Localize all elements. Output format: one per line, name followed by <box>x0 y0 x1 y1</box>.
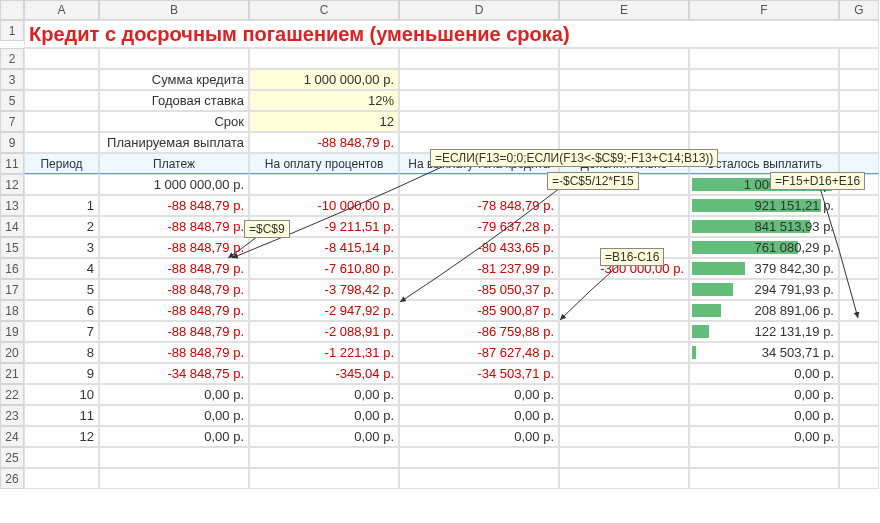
cell[interactable] <box>839 258 879 279</box>
col-hdr-F[interactable]: F <box>689 0 839 20</box>
cell-remaining[interactable]: 0,00 р. <box>689 384 839 405</box>
cell[interactable] <box>839 300 879 321</box>
cell[interactable] <box>559 468 689 489</box>
cell-payment[interactable]: -88 848,79 р. <box>99 342 249 363</box>
col-hdr-C[interactable]: C <box>249 0 399 20</box>
row-hdr[interactable]: 5 <box>0 90 24 111</box>
term-value[interactable]: 12 <box>249 111 399 132</box>
cell-principal[interactable]: -85 050,37 р. <box>399 279 559 300</box>
cell[interactable] <box>839 90 879 111</box>
cell[interactable] <box>249 468 399 489</box>
cell[interactable] <box>24 468 99 489</box>
cell-principal[interactable]: -86 759,88 р. <box>399 321 559 342</box>
spreadsheet-grid[interactable]: ABCDEFG1Кредит с досрочным погашением (у… <box>0 0 880 489</box>
cell[interactable] <box>249 447 399 468</box>
col-hdr-D[interactable]: D <box>399 0 559 20</box>
row-hdr[interactable]: 22 <box>0 384 24 405</box>
row-hdr[interactable]: 17 <box>0 279 24 300</box>
cell-period[interactable]: 5 <box>24 279 99 300</box>
cell[interactable] <box>399 90 559 111</box>
row-hdr[interactable]: 20 <box>0 342 24 363</box>
cell[interactable] <box>839 237 879 258</box>
cell[interactable] <box>99 447 249 468</box>
cell-interest[interactable]: -10 000,00 р. <box>249 195 399 216</box>
col-hdr-A[interactable]: A <box>24 0 99 20</box>
row-hdr[interactable]: 15 <box>0 237 24 258</box>
row-hdr[interactable]: 16 <box>0 258 24 279</box>
cell-interest[interactable] <box>249 174 399 195</box>
cell-principal[interactable]: -79 637,28 р. <box>399 216 559 237</box>
cell[interactable] <box>689 447 839 468</box>
cell-payment[interactable]: -88 848,79 р. <box>99 237 249 258</box>
cell[interactable] <box>559 111 689 132</box>
row-hdr[interactable]: 26 <box>0 468 24 489</box>
cell[interactable] <box>399 468 559 489</box>
cell-principal[interactable] <box>399 174 559 195</box>
cell-extra[interactable] <box>559 426 689 447</box>
row-hdr[interactable]: 14 <box>0 216 24 237</box>
cell-extra[interactable] <box>559 216 689 237</box>
cell-extra[interactable] <box>559 405 689 426</box>
cell-payment[interactable]: -88 848,79 р. <box>99 321 249 342</box>
cell[interactable] <box>839 342 879 363</box>
cell[interactable] <box>559 90 689 111</box>
cell[interactable] <box>839 468 879 489</box>
cell-period[interactable] <box>24 174 99 195</box>
cell-interest[interactable]: -1 221,31 р. <box>249 342 399 363</box>
cell[interactable] <box>399 447 559 468</box>
cell-payment[interactable]: -88 848,79 р. <box>99 279 249 300</box>
cell-payment[interactable]: 0,00 р. <box>99 426 249 447</box>
row-hdr[interactable]: 24 <box>0 426 24 447</box>
cell-period[interactable]: 1 <box>24 195 99 216</box>
cell-period[interactable]: 7 <box>24 321 99 342</box>
cell-extra[interactable] <box>559 279 689 300</box>
cell-remaining[interactable]: 0,00 р. <box>689 405 839 426</box>
cell[interactable] <box>839 279 879 300</box>
cell[interactable] <box>839 132 879 153</box>
cell[interactable] <box>24 132 99 153</box>
cell-period[interactable]: 9 <box>24 363 99 384</box>
cell-extra[interactable] <box>559 384 689 405</box>
cell-principal[interactable]: -81 237,99 р. <box>399 258 559 279</box>
row-hdr[interactable]: 23 <box>0 405 24 426</box>
cell[interactable] <box>24 69 99 90</box>
cell-payment[interactable]: 1 000 000,00 р. <box>99 174 249 195</box>
sum-value[interactable]: 1 000 000,00 р. <box>249 69 399 90</box>
cell-principal[interactable]: 0,00 р. <box>399 405 559 426</box>
cell-interest[interactable]: -8 415,14 р. <box>249 237 399 258</box>
cell[interactable] <box>399 69 559 90</box>
cell[interactable] <box>839 321 879 342</box>
cell[interactable] <box>839 405 879 426</box>
cell-remaining[interactable]: 761 080,29 р. <box>689 237 839 258</box>
cell-interest[interactable]: -7 610,80 р. <box>249 258 399 279</box>
cell[interactable] <box>689 69 839 90</box>
row-hdr[interactable]: 11 <box>0 153 24 174</box>
cell-extra[interactable] <box>559 321 689 342</box>
cell-principal[interactable]: -85 900,87 р. <box>399 300 559 321</box>
col-hdr-B[interactable]: B <box>99 0 249 20</box>
cell[interactable] <box>689 48 839 69</box>
cell-payment[interactable]: 0,00 р. <box>99 405 249 426</box>
cell-interest[interactable]: 0,00 р. <box>249 405 399 426</box>
row-hdr[interactable]: 7 <box>0 111 24 132</box>
cell-payment[interactable]: -88 848,79 р. <box>99 300 249 321</box>
col-hdr-E[interactable]: E <box>559 0 689 20</box>
cell-principal[interactable]: -78 848,79 р. <box>399 195 559 216</box>
cell[interactable] <box>99 468 249 489</box>
cell-payment[interactable]: 0,00 р. <box>99 384 249 405</box>
row-hdr[interactable]: 3 <box>0 69 24 90</box>
rate-value[interactable]: 12% <box>249 90 399 111</box>
row-hdr[interactable]: 9 <box>0 132 24 153</box>
cell[interactable] <box>559 48 689 69</box>
row-hdr[interactable]: 21 <box>0 363 24 384</box>
cell[interactable] <box>839 216 879 237</box>
cell[interactable] <box>559 69 689 90</box>
cell-principal[interactable]: -80 433,65 р. <box>399 237 559 258</box>
row-hdr[interactable]: 19 <box>0 321 24 342</box>
row-hdr[interactable]: 25 <box>0 447 24 468</box>
cell[interactable] <box>689 111 839 132</box>
cell-extra[interactable] <box>559 195 689 216</box>
cell-payment[interactable]: -88 848,79 р. <box>99 216 249 237</box>
cell-remaining[interactable]: 0,00 р. <box>689 363 839 384</box>
row-hdr[interactable]: 13 <box>0 195 24 216</box>
